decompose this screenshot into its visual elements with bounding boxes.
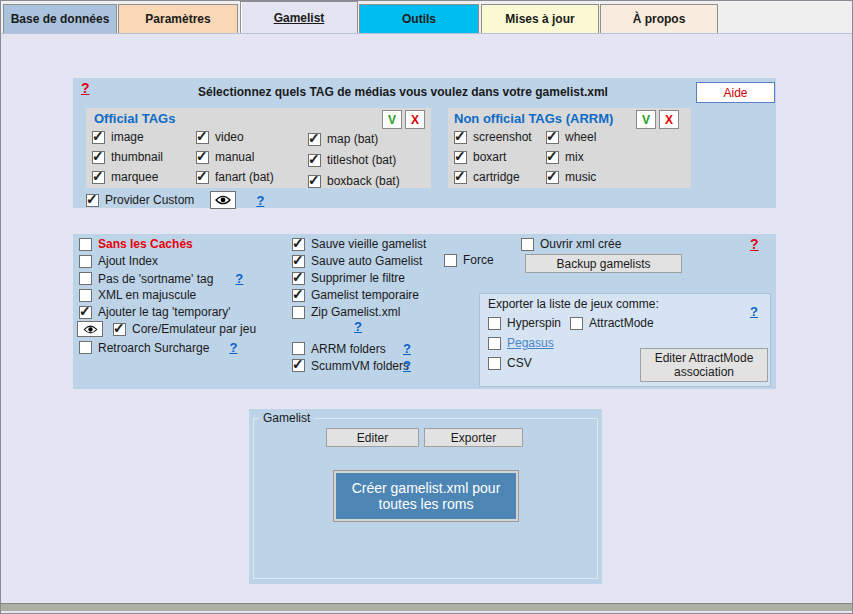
help-link-retroarch[interactable]: ? bbox=[229, 340, 237, 355]
checkbox-ouvrir-xml[interactable]: Ouvrir xml crée bbox=[521, 237, 621, 251]
help-link-sortname[interactable]: ? bbox=[235, 271, 243, 286]
checkbox-box[interactable] bbox=[113, 323, 126, 336]
checkbox-sortname[interactable]: Pas de 'sortname' tag? bbox=[79, 271, 243, 286]
help-link-options[interactable]: ? bbox=[750, 236, 759, 252]
checkbox-zip-gamelist[interactable]: Zip Gamelist.xml bbox=[292, 305, 400, 319]
checkbox-box[interactable] bbox=[79, 306, 92, 319]
checkbox-box[interactable] bbox=[79, 341, 92, 354]
check-all-official-button[interactable]: V bbox=[382, 110, 402, 129]
aide-button[interactable]: Aide bbox=[696, 82, 775, 103]
tab-a-propos[interactable]: À propos bbox=[600, 4, 718, 33]
checkbox-box[interactable] bbox=[454, 151, 467, 164]
checkbox-box[interactable] bbox=[196, 151, 209, 164]
provider-custom-view-button[interactable] bbox=[210, 191, 236, 209]
checkbox-wheel[interactable]: wheel bbox=[546, 130, 596, 144]
checkbox-box[interactable] bbox=[196, 171, 209, 184]
checkbox-hyperspin[interactable]: Hyperspin bbox=[488, 316, 561, 330]
checkbox-box[interactable] bbox=[454, 171, 467, 184]
checkbox-box[interactable] bbox=[79, 272, 92, 285]
checkbox-box[interactable] bbox=[292, 238, 305, 251]
checkbox-pegasus[interactable]: Pegasus bbox=[488, 336, 554, 350]
editer-button[interactable]: Editer bbox=[326, 428, 419, 447]
checkbox-box[interactable] bbox=[546, 151, 559, 164]
checkbox-sans-les-caches[interactable]: Sans les Cachés bbox=[79, 237, 193, 251]
checkbox-box[interactable] bbox=[308, 154, 321, 167]
tab-parametres[interactable]: Paramètres bbox=[118, 4, 238, 33]
checkbox-marquee[interactable]: marquee bbox=[92, 170, 158, 184]
checkbox-box[interactable] bbox=[79, 255, 92, 268]
exporter-button[interactable]: Exporter bbox=[424, 428, 523, 447]
uncheck-all-non-official-button[interactable]: X bbox=[659, 110, 679, 129]
checkbox-tag-temporary[interactable]: Ajouter le tag 'temporary' bbox=[79, 305, 231, 319]
help-link-zip[interactable]: ? bbox=[354, 319, 362, 334]
checkbox-mix[interactable]: mix bbox=[546, 150, 584, 164]
checkbox-box[interactable] bbox=[546, 131, 559, 144]
pegasus-link[interactable]: Pegasus bbox=[507, 336, 554, 350]
checkbox-box[interactable] bbox=[196, 131, 209, 144]
checkbox-scummvm-folders[interactable]: ScummVM folders? bbox=[292, 358, 411, 373]
help-link-scummvm-folders[interactable]: ? bbox=[403, 358, 411, 373]
checkbox-arrm-folders[interactable]: ARRM folders? bbox=[292, 341, 411, 356]
checkbox-box[interactable] bbox=[92, 151, 105, 164]
help-link-export[interactable]: ? bbox=[750, 304, 758, 319]
tab-base-de-donnees[interactable]: Base de données bbox=[3, 4, 117, 33]
checkbox-box[interactable] bbox=[86, 194, 99, 207]
checkbox-box[interactable] bbox=[292, 306, 305, 319]
check-all-non-official-button[interactable]: V bbox=[636, 110, 656, 129]
checkbox-fanart[interactable]: fanart (bat) bbox=[196, 170, 274, 184]
tab-outils[interactable]: Outils bbox=[359, 4, 479, 33]
checkbox-sauve-vieille[interactable]: Sauve vieille gamelist bbox=[292, 237, 426, 251]
checkbox-titleshot[interactable]: titleshot (bat) bbox=[308, 153, 396, 167]
checkbox-manual[interactable]: manual bbox=[196, 150, 254, 164]
checkbox-core-emulateur[interactable]: Core/Emulateur par jeu bbox=[77, 321, 256, 337]
checkbox-box[interactable] bbox=[488, 317, 501, 330]
edit-attractmode-association-button[interactable]: Editer AttractMode association bbox=[640, 348, 768, 382]
checkbox-music[interactable]: music bbox=[546, 170, 596, 184]
checkbox-box[interactable] bbox=[292, 255, 305, 268]
checkbox-boxart[interactable]: boxart bbox=[454, 150, 506, 164]
checkbox-supprimer-filtre[interactable]: Supprimer le filtre bbox=[292, 271, 405, 285]
checkbox-box[interactable] bbox=[292, 359, 305, 372]
checkbox-xml-majuscule[interactable]: XML en majuscule bbox=[79, 288, 196, 302]
checkbox-box[interactable] bbox=[79, 289, 92, 302]
checkbox-box[interactable] bbox=[92, 131, 105, 144]
checkbox-ajout-index[interactable]: Ajout Index bbox=[79, 254, 158, 268]
checkbox-provider-custom[interactable]: Provider Custom ? bbox=[86, 191, 264, 209]
checkbox-box[interactable] bbox=[292, 289, 305, 302]
checkbox-box[interactable] bbox=[521, 238, 534, 251]
checkbox-force[interactable]: Force bbox=[444, 253, 494, 267]
checkbox-thumbnail[interactable]: thumbnail bbox=[92, 150, 163, 164]
checkbox-box[interactable] bbox=[308, 175, 321, 188]
checkbox-cartridge[interactable]: cartridge bbox=[454, 170, 520, 184]
checkbox-box[interactable] bbox=[570, 317, 583, 330]
checkbox-box[interactable] bbox=[546, 171, 559, 184]
checkbox-box[interactable] bbox=[454, 131, 467, 144]
checkbox-boxback[interactable]: boxback (bat) bbox=[308, 174, 400, 188]
backup-gamelists-button[interactable]: Backup gamelists bbox=[525, 254, 682, 273]
help-link-media[interactable]: ? bbox=[81, 80, 90, 96]
checkbox-box[interactable] bbox=[79, 238, 92, 251]
checkbox-box[interactable] bbox=[292, 342, 305, 355]
checkbox-box[interactable] bbox=[444, 254, 457, 267]
checkbox-box[interactable] bbox=[92, 171, 105, 184]
checkbox-box[interactable] bbox=[292, 272, 305, 285]
checkbox-gamelist-temporaire[interactable]: Gamelist temporaire bbox=[292, 288, 419, 302]
checkbox-sauve-auto[interactable]: Sauve auto Gamelist bbox=[292, 254, 422, 268]
tab-gamelist[interactable]: Gamelist bbox=[240, 1, 358, 33]
checkbox-map[interactable]: map (bat) bbox=[308, 132, 378, 146]
checkbox-attractmode[interactable]: AttractMode bbox=[570, 316, 654, 330]
checkbox-screenshot[interactable]: screenshot bbox=[454, 130, 532, 144]
checkbox-box[interactable] bbox=[488, 357, 501, 370]
checkbox-csv[interactable]: CSV bbox=[488, 356, 532, 370]
help-link-provider-custom[interactable]: ? bbox=[256, 193, 264, 208]
checkbox-video[interactable]: video bbox=[196, 130, 244, 144]
checkbox-image[interactable]: image bbox=[92, 130, 144, 144]
core-emulateur-view-button[interactable] bbox=[77, 321, 103, 337]
tab-mises-a-jour[interactable]: Mises à jour bbox=[481, 4, 599, 33]
help-link-arrm-folders[interactable]: ? bbox=[403, 341, 411, 356]
checkbox-box[interactable] bbox=[488, 337, 501, 350]
checkbox-box[interactable] bbox=[308, 133, 321, 146]
checkbox-retroarch-surcharge[interactable]: Retroarch Surcharge? bbox=[79, 340, 237, 355]
create-gamelist-button[interactable]: Créer gamelist.xml pour toutes les roms bbox=[334, 471, 518, 521]
uncheck-all-official-button[interactable]: X bbox=[405, 110, 425, 129]
